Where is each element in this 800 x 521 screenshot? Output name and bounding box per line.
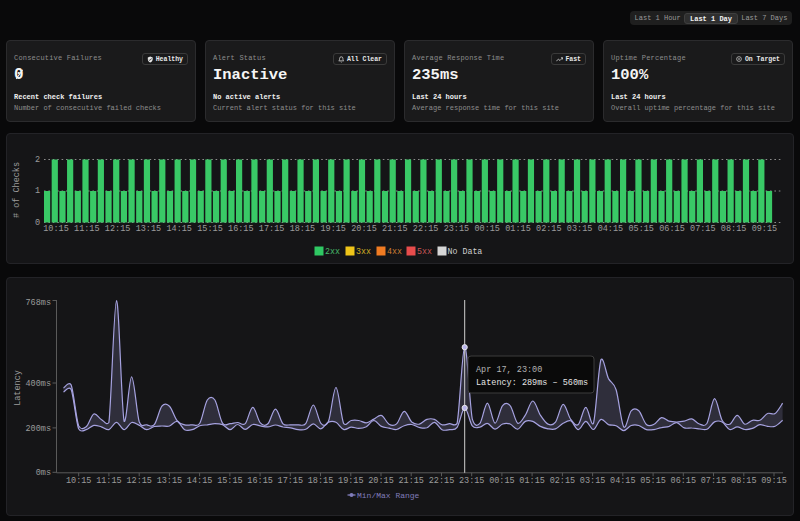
svg-text:19:15: 19:15 <box>320 224 346 234</box>
svg-text:03:15: 03:15 <box>580 476 606 486</box>
svg-text:19:15: 19:15 <box>338 476 364 486</box>
svg-text:12:15: 12:15 <box>105 224 131 234</box>
svg-text:Latency: Latency <box>13 370 23 406</box>
svg-text:0ms: 0ms <box>36 468 51 478</box>
svg-text:17:15: 17:15 <box>259 224 285 234</box>
svg-text:0: 0 <box>35 218 40 228</box>
svg-text:11:15: 11:15 <box>74 224 100 234</box>
svg-text:1: 1 <box>35 186 40 196</box>
svg-text:09:15: 09:15 <box>761 476 787 486</box>
svg-text:06:15: 06:15 <box>671 476 697 486</box>
svg-text:03:15: 03:15 <box>567 224 593 234</box>
svg-text:21:15: 21:15 <box>382 224 408 234</box>
svg-text:10:15: 10:15 <box>66 476 92 486</box>
svg-text:15:15: 15:15 <box>217 476 243 486</box>
svg-text:Apr 17, 23:00: Apr 17, 23:00 <box>476 365 542 375</box>
svg-text:4xx: 4xx <box>387 247 402 256</box>
svg-text:Latency: 289ms – 560ms: Latency: 289ms – 560ms <box>476 378 588 388</box>
svg-text:22:15: 22:15 <box>413 224 439 234</box>
svg-text:# of Checks: # of Checks <box>12 162 22 218</box>
svg-text:01:15: 01:15 <box>505 224 531 234</box>
svg-text:No Data: No Data <box>448 247 483 256</box>
svg-text:20:15: 20:15 <box>351 224 377 234</box>
svg-text:00:15: 00:15 <box>489 476 515 486</box>
svg-text:14:15: 14:15 <box>187 476 213 486</box>
svg-text:2: 2 <box>35 155 40 165</box>
svg-text:11:15: 11:15 <box>96 476 122 486</box>
svg-text:13:15: 13:15 <box>157 476 183 486</box>
svg-text:14:15: 14:15 <box>166 224 192 234</box>
svg-text:09:15: 09:15 <box>752 224 778 234</box>
svg-text:10:15: 10:15 <box>43 224 69 234</box>
svg-text:Min/Max Range: Min/Max Range <box>357 491 420 500</box>
svg-text:12:15: 12:15 <box>126 476 152 486</box>
svg-text:07:15: 07:15 <box>690 224 716 234</box>
svg-text:18:15: 18:15 <box>290 224 316 234</box>
svg-text:5xx: 5xx <box>417 247 432 256</box>
svg-text:16:15: 16:15 <box>247 476 273 486</box>
svg-text:01:15: 01:15 <box>519 476 545 486</box>
svg-text:23:15: 23:15 <box>444 224 470 234</box>
svg-text:3xx: 3xx <box>356 247 371 256</box>
svg-text:15:15: 15:15 <box>197 224 223 234</box>
svg-text:21:15: 21:15 <box>398 476 424 486</box>
svg-text:13:15: 13:15 <box>136 224 162 234</box>
svg-text:200ms: 200ms <box>25 424 51 434</box>
svg-text:18:15: 18:15 <box>308 476 334 486</box>
svg-text:768ms: 768ms <box>25 298 51 308</box>
svg-text:16:15: 16:15 <box>228 224 254 234</box>
svg-text:08:15: 08:15 <box>731 476 757 486</box>
svg-text:04:15: 04:15 <box>610 476 636 486</box>
svg-text:17:15: 17:15 <box>278 476 304 486</box>
svg-text:400ms: 400ms <box>25 379 51 389</box>
svg-text:02:15: 02:15 <box>550 476 576 486</box>
svg-text:06:15: 06:15 <box>659 224 685 234</box>
svg-text:07:15: 07:15 <box>701 476 727 486</box>
svg-text:00:15: 00:15 <box>474 224 500 234</box>
svg-text:05:15: 05:15 <box>640 476 666 486</box>
svg-text:05:15: 05:15 <box>628 224 654 234</box>
svg-text:04:15: 04:15 <box>598 224 624 234</box>
svg-text:20:15: 20:15 <box>368 476 394 486</box>
svg-text:2xx: 2xx <box>325 247 340 256</box>
svg-text:08:15: 08:15 <box>721 224 747 234</box>
svg-text:23:15: 23:15 <box>459 476 485 486</box>
svg-text:02:15: 02:15 <box>536 224 562 234</box>
svg-text:22:15: 22:15 <box>429 476 455 486</box>
